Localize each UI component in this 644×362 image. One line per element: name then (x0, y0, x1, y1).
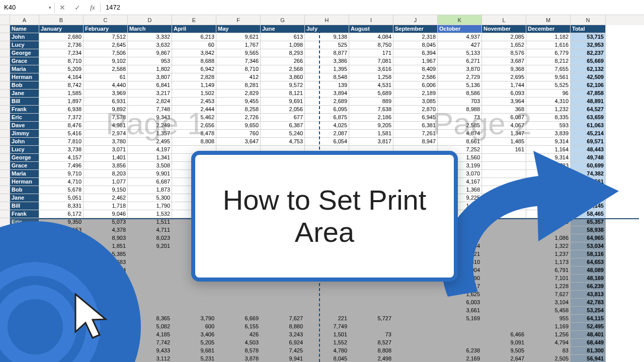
data-cell[interactable] (393, 299, 438, 307)
cancel-icon[interactable]: ✕ (56, 2, 69, 14)
name-cell[interactable]: Herman (10, 73, 39, 81)
data-cell[interactable]: 171 (349, 49, 393, 57)
header-july[interactable]: July (305, 25, 349, 33)
data-cell[interactable]: 6,779 (526, 49, 571, 57)
name-cell[interactable]: George (10, 49, 39, 57)
data-cell[interactable]: 2,462 (84, 194, 128, 202)
enter-check-icon[interactable]: ✓ (71, 2, 84, 14)
data-cell[interactable]: 3,071 (84, 146, 128, 154)
data-cell[interactable]: 9,138 (305, 33, 349, 41)
data-cell[interactable]: 4,157 (39, 154, 84, 162)
data-cell[interactable]: 3,104 (526, 299, 571, 307)
data-cell[interactable]: 9,314 (526, 138, 571, 146)
data-cell[interactable]: 5,300 (128, 194, 172, 202)
total-cell[interactable]: 48,401 (571, 331, 606, 339)
data-cell[interactable]: 1,581 (349, 130, 393, 138)
data-cell[interactable]: 8,478 (172, 130, 216, 138)
total-cell[interactable]: 74,382 (571, 170, 606, 178)
data-cell[interactable]: 8,293 (261, 49, 305, 57)
data-cell[interactable]: 6,054 (305, 138, 349, 146)
data-cell[interactable]: 7,627 (526, 291, 571, 299)
data-cell[interactable] (261, 307, 305, 315)
data-cell[interactable]: 6,924 (261, 339, 305, 347)
data-cell[interactable]: 4,378 (84, 226, 128, 234)
total-cell[interactable]: 65,357 (571, 218, 606, 226)
data-cell[interactable] (216, 307, 261, 315)
data-cell[interactable]: 1,501 (305, 331, 349, 339)
data-cell[interactable]: 2,870 (393, 106, 438, 114)
data-cell[interactable]: 9,102 (84, 57, 128, 65)
header-september[interactable]: September (393, 25, 438, 33)
data-cell[interactable]: 2,505 (526, 355, 571, 362)
data-cell[interactable]: 7,081 (349, 57, 393, 65)
total-cell[interactable]: 64,527 (571, 106, 606, 114)
data-cell[interactable]: 3,842 (172, 49, 216, 57)
data-cell[interactable]: 4,025 (305, 122, 349, 130)
data-cell[interactable]: 1,744 (482, 81, 526, 89)
data-cell[interactable]: 6,466 (482, 331, 526, 339)
data-cell[interactable]: 9,681 (172, 347, 216, 355)
data-cell[interactable] (349, 307, 393, 315)
data-cell[interactable]: 3,856 (84, 162, 128, 170)
data-cell[interactable]: 1,169 (526, 323, 571, 331)
total-cell[interactable]: 62,106 (571, 81, 606, 89)
column-header-J[interactable]: J (393, 15, 438, 25)
data-cell[interactable]: 2,318 (393, 33, 438, 41)
data-cell[interactable]: 6,006 (393, 81, 438, 89)
data-cell[interactable]: 2,829 (216, 89, 261, 98)
data-cell[interactable]: 9,505 (482, 347, 526, 355)
data-cell[interactable] (482, 162, 526, 170)
data-cell[interactable]: 73 (349, 331, 393, 339)
data-cell[interactable] (482, 234, 526, 242)
data-cell[interactable]: 2,656 (172, 122, 216, 130)
data-cell[interactable]: 677 (261, 114, 305, 122)
data-cell[interactable] (482, 186, 526, 194)
data-cell[interactable] (438, 331, 482, 339)
total-cell[interactable]: 69,571 (571, 138, 606, 146)
data-cell[interactable]: 4,937 (438, 33, 482, 41)
data-cell[interactable] (482, 315, 526, 323)
data-cell[interactable]: 4,503 (216, 339, 261, 347)
data-cell[interactable]: 96 (526, 89, 571, 98)
data-cell[interactable]: 8,710 (39, 57, 84, 65)
data-cell[interactable]: 3,647 (216, 138, 261, 146)
data-cell[interactable]: 4,440 (84, 81, 128, 89)
data-cell[interactable]: 9,901 (128, 170, 172, 178)
data-cell[interactable]: 161 (482, 146, 526, 154)
data-cell[interactable] (393, 339, 438, 347)
data-cell[interactable]: 1,967 (393, 57, 438, 65)
data-cell[interactable]: 2,568 (261, 65, 305, 73)
data-cell[interactable]: 6,381 (393, 122, 438, 130)
data-cell[interactable]: 5,073 (84, 218, 128, 226)
data-cell[interactable]: 5,240 (261, 130, 305, 138)
data-cell[interactable]: 8,688 (172, 57, 216, 65)
data-cell[interactable]: 1,790 (128, 202, 172, 210)
data-cell[interactable] (526, 178, 571, 186)
formula-input[interactable]: 1472 (101, 2, 644, 13)
data-cell[interactable]: 3,817 (349, 138, 393, 146)
data-cell[interactable]: 1,228 (526, 283, 571, 291)
data-cell[interactable]: 9,572 (261, 81, 305, 89)
data-cell[interactable]: 3,790 (172, 315, 216, 323)
header-total[interactable]: Total (571, 25, 606, 33)
data-cell[interactable]: 703 (438, 98, 482, 106)
name-cell[interactable]: Eric (10, 114, 39, 122)
data-cell[interactable]: 5,051 (39, 194, 84, 202)
data-cell[interactable]: 7,117 (438, 283, 482, 291)
name-cell[interactable]: Jimmy (10, 130, 39, 138)
column-header-F[interactable]: F (216, 15, 261, 25)
total-cell[interactable]: 63,659 (571, 114, 606, 122)
data-cell[interactable]: 1,357 (128, 130, 172, 138)
data-cell[interactable] (482, 170, 526, 178)
fx-icon[interactable]: fx (86, 2, 99, 14)
data-cell[interactable]: 3,780 (84, 138, 128, 146)
data-cell[interactable] (128, 283, 172, 291)
data-cell[interactable]: 613 (261, 33, 305, 41)
data-cell[interactable]: 889 (349, 98, 393, 106)
data-cell[interactable]: 3,233 (526, 218, 571, 226)
data-cell[interactable]: 1,086 (526, 234, 571, 242)
data-cell[interactable]: 953 (128, 57, 172, 65)
column-header-I[interactable]: I (349, 15, 393, 25)
data-cell[interactable]: 6,687 (128, 178, 172, 186)
data-cell[interactable]: 7,234 (39, 49, 84, 57)
